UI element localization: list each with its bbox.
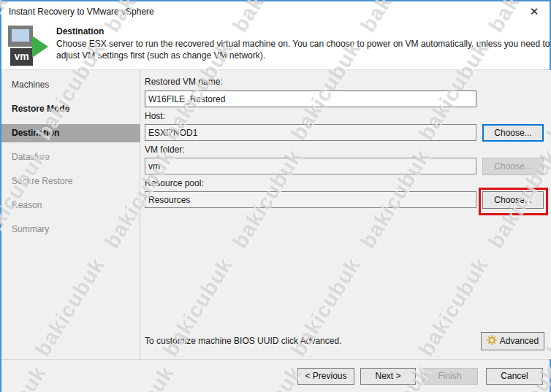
wizard-header: vm Destination Choose ESX server to run … [1,21,550,70]
sidebar-item-summary: Summary [1,220,140,239]
sidebar-item-machines[interactable]: Machines [1,76,140,94]
vm-folder-label: VM folder: [145,145,185,155]
vm-label-icon: vm [10,48,33,66]
destination-form: Restored VM name: Host: Choose... VM fol… [141,70,551,359]
host-label: Host: [145,111,165,121]
resource-pool-input [145,191,476,208]
step-description-line2: adjust VM settings first (such as change… [56,50,265,61]
advanced-hint-text: To customize machine BIOS UUID click Adv… [145,336,341,346]
monitor-icon [8,26,33,47]
vm-folder-input [145,158,476,174]
restored-vm-name-label: Restored VM name: [145,77,223,87]
green-arrow-icon [32,36,48,58]
wizard-steps-sidebar: Machines Restore Mode Destination Datast… [1,70,140,359]
finish-button: Finish [422,368,478,385]
resource-pool-label: Resource pool: [145,178,204,188]
cancel-button[interactable]: Cancel [486,368,543,385]
title-bar: Instant Recovery to VMware vSphere ✕ [1,1,550,21]
gear-icon [487,337,497,347]
sidebar-item-secure-restore: Secure Restore [1,172,140,191]
vm-restore-icon: vm [8,26,50,68]
previous-button[interactable]: < Previous [297,368,354,385]
sidebar-item-destination[interactable]: Destination [1,124,140,142]
sidebar-item-datastore: Datastore [1,148,140,166]
step-description-line1: Choose ESX server to run the recovered v… [56,39,550,49]
sidebar-item-reason: Reason [1,196,140,215]
sidebar-item-restore-mode[interactable]: Restore Mode [1,100,140,118]
resource-pool-choose-button[interactable]: Choose... [482,191,544,209]
next-button[interactable]: Next > [360,368,416,385]
wizard-footer: < Previous Next > Finish Cancel [1,359,550,392]
vm-folder-choose-button: Choose... [482,158,544,175]
restored-vm-name-input[interactable] [145,91,476,107]
advanced-button-label: Advanced [500,336,539,346]
advanced-button[interactable]: Advanced [481,332,544,350]
host-choose-button[interactable]: Choose... [482,124,544,142]
close-icon[interactable]: ✕ [523,3,545,20]
window-title: Instant Recovery to VMware vSphere [9,7,154,17]
wizard-dialog: Instant Recovery to VMware vSphere ✕ vm … [0,0,551,392]
host-input [145,124,476,141]
step-title: Destination [56,26,104,36]
